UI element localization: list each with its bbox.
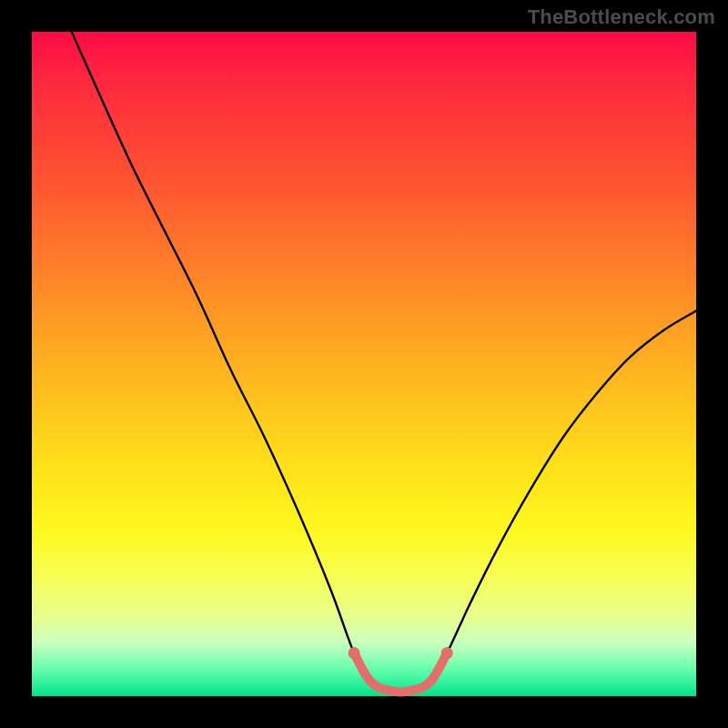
low-plateau-endpoint-left [349, 647, 360, 659]
watermark-label: TheBottleneck.com [528, 5, 715, 29]
curve-svg [32, 32, 696, 696]
low-plateau-endpoint-right [441, 647, 453, 659]
plot-area [32, 32, 696, 696]
bottleneck-curve [72, 32, 696, 693]
low-plateau-segment [354, 653, 447, 693]
chart-frame: TheBottleneck.com [0, 0, 728, 728]
